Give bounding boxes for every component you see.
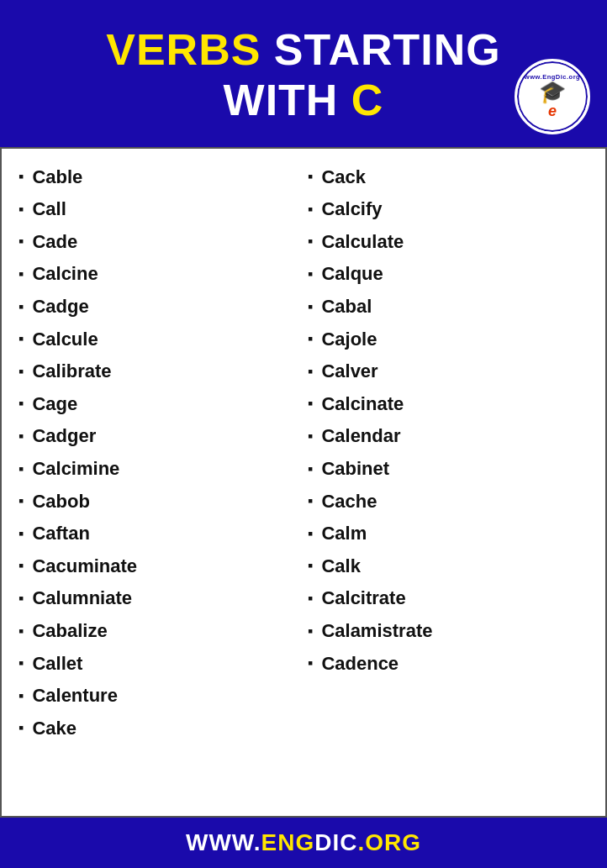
list-item: Cake: [18, 713, 308, 745]
left-column: CableCallCadeCalcineCadgeCalculeCalibrat…: [18, 161, 308, 745]
list-item: Cache: [308, 486, 597, 518]
list-item: Cabinet: [308, 453, 597, 486]
graduation-cap-icon: 🎓: [539, 81, 566, 103]
list-item: Cabalize: [18, 615, 308, 648]
list-item: Cajole: [308, 324, 597, 356]
page-header: VERBS STARTING WITH C www.EngDic.org 🎓 e: [0, 0, 607, 147]
list-item: Cabal: [308, 291, 597, 324]
list-item: Calumniate: [18, 582, 308, 615]
list-item: Calendar: [308, 420, 597, 453]
list-item: Cage: [18, 388, 308, 421]
list-item: Caftan: [18, 518, 308, 550]
list-item: Cabob: [18, 486, 308, 518]
list-item: Calcitrate: [308, 582, 597, 615]
header-title: VERBS STARTING WITH C: [17, 25, 590, 126]
list-item: Calibrate: [18, 355, 308, 388]
content-area: CableCallCadeCalcineCadgeCalculeCalibrat…: [0, 147, 607, 818]
logo-inner: www.EngDic.org 🎓 e: [517, 61, 588, 132]
list-item: Calenture: [18, 680, 308, 713]
header-text-starting: STARTING: [274, 25, 501, 74]
list-item: Calm: [308, 518, 597, 550]
list-item: Cadence: [308, 648, 597, 681]
list-item: Cack: [308, 161, 597, 194]
header-highlight-c: C: [351, 76, 384, 124]
list-item: Calcinate: [308, 388, 597, 421]
list-item: Cade: [18, 226, 308, 259]
list-item: Calque: [308, 258, 597, 291]
word-columns: CableCallCadeCalcineCadgeCalculeCalibrat…: [18, 161, 597, 745]
list-item: Cable: [18, 161, 308, 194]
list-item: Calcimine: [18, 453, 308, 486]
list-item: Calcule: [18, 324, 308, 356]
footer-dot-org: .ORG: [357, 829, 421, 855]
list-item: Calcify: [308, 193, 597, 226]
header-text-with: WITH: [224, 76, 351, 124]
list-item: Callet: [18, 648, 308, 681]
list-item: Calk: [308, 550, 597, 583]
list-item: Calamistrate: [308, 615, 597, 648]
list-item: Call: [18, 193, 308, 226]
engdic-logo: www.EngDic.org 🎓 e: [515, 59, 590, 134]
page-footer: WWW.ENGDIC.ORG: [0, 818, 607, 868]
right-column: CackCalcifyCalculateCalqueCabalCajoleCal…: [308, 161, 597, 745]
header-highlight-verbs: VERBS: [106, 25, 261, 74]
footer-eng: ENG: [261, 829, 315, 855]
list-item: Cadger: [18, 420, 308, 453]
logo-letter-e: e: [548, 103, 557, 120]
list-item: Calcine: [18, 258, 308, 291]
list-item: Cadge: [18, 291, 308, 324]
footer-dic: DIC: [314, 829, 357, 855]
footer-www: WWW.: [186, 829, 261, 855]
list-item: Cacuminate: [18, 550, 308, 583]
list-item: Calculate: [308, 226, 597, 259]
list-item: Calver: [308, 355, 597, 388]
